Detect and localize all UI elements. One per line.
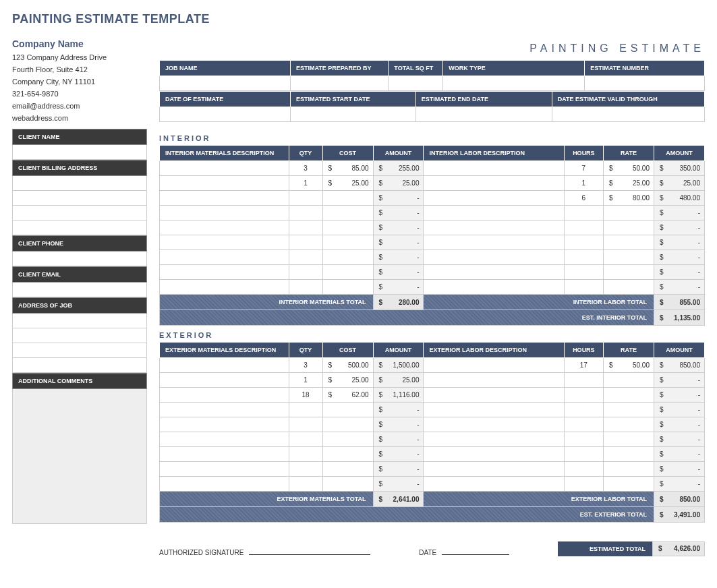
field-total-sqft[interactable]: [389, 76, 443, 91]
cost-cell[interactable]: [322, 447, 373, 462]
field-valid-through[interactable]: [552, 107, 704, 122]
table-cell[interactable]: [564, 403, 603, 417]
cost-cell[interactable]: [604, 432, 654, 447]
table-cell[interactable]: [289, 477, 322, 492]
table-cell[interactable]: [160, 462, 289, 477]
table-cell[interactable]: [564, 388, 603, 403]
cost-cell[interactable]: [604, 220, 654, 235]
field-prepared-by[interactable]: [290, 76, 388, 91]
table-cell[interactable]: [564, 280, 603, 295]
cost-cell[interactable]: [322, 250, 373, 265]
field-date-of-estimate[interactable]: [160, 107, 291, 122]
table-cell[interactable]: [160, 265, 289, 280]
table-cell[interactable]: [160, 432, 289, 447]
cost-cell[interactable]: [604, 235, 654, 250]
cost-cell[interactable]: [604, 403, 654, 417]
table-cell[interactable]: [424, 403, 564, 417]
table-cell[interactable]: [289, 250, 322, 265]
field-job-addr-3[interactable]: [12, 343, 147, 358]
cost-cell[interactable]: $25.00: [604, 176, 654, 191]
field-job-addr-4[interactable]: [12, 358, 147, 373]
table-cell[interactable]: [424, 161, 564, 176]
table-cell[interactable]: [289, 265, 322, 280]
cost-cell[interactable]: $85.00: [322, 161, 373, 176]
table-cell[interactable]: [424, 432, 564, 447]
cost-cell[interactable]: [322, 432, 373, 447]
table-cell[interactable]: 1: [564, 176, 603, 191]
field-client-billing-1[interactable]: [12, 176, 147, 191]
table-cell[interactable]: [160, 250, 289, 265]
table-cell[interactable]: [564, 220, 603, 235]
cost-cell[interactable]: $50.00: [604, 161, 654, 176]
cost-cell[interactable]: [604, 265, 654, 280]
cost-cell[interactable]: [322, 265, 373, 280]
table-cell[interactable]: [160, 161, 289, 176]
field-client-email[interactable]: [12, 283, 147, 297]
cost-cell[interactable]: $62.00: [322, 388, 373, 403]
table-cell[interactable]: [160, 235, 289, 250]
table-cell[interactable]: 1: [289, 176, 322, 191]
cost-cell[interactable]: $50.00: [604, 358, 654, 373]
table-cell[interactable]: 3: [289, 161, 322, 176]
table-cell[interactable]: [160, 206, 289, 220]
table-cell[interactable]: [424, 220, 564, 235]
cost-cell[interactable]: [322, 403, 373, 417]
table-cell[interactable]: [160, 176, 289, 191]
cost-cell[interactable]: [604, 417, 654, 432]
table-cell[interactable]: [289, 191, 322, 206]
table-cell[interactable]: [564, 417, 603, 432]
field-client-billing-4[interactable]: [12, 220, 147, 235]
table-cell[interactable]: [160, 447, 289, 462]
field-est-start[interactable]: [290, 107, 415, 122]
table-cell[interactable]: 18: [289, 388, 322, 403]
field-job-addr-1[interactable]: [12, 314, 147, 328]
table-cell[interactable]: [289, 432, 322, 447]
field-client-billing-3[interactable]: [12, 206, 147, 220]
table-cell[interactable]: [160, 358, 289, 373]
table-cell[interactable]: [424, 235, 564, 250]
field-work-type[interactable]: [443, 76, 585, 91]
table-cell[interactable]: [289, 206, 322, 220]
cost-cell[interactable]: [604, 206, 654, 220]
cost-cell[interactable]: [604, 462, 654, 477]
table-cell[interactable]: [424, 250, 564, 265]
cost-cell[interactable]: $25.00: [322, 373, 373, 388]
table-cell[interactable]: [160, 191, 289, 206]
cost-cell[interactable]: [604, 447, 654, 462]
table-cell[interactable]: [424, 417, 564, 432]
table-cell[interactable]: [160, 417, 289, 432]
table-cell[interactable]: 1: [289, 373, 322, 388]
table-cell[interactable]: [564, 235, 603, 250]
cost-cell[interactable]: [322, 417, 373, 432]
table-cell[interactable]: [424, 462, 564, 477]
table-cell[interactable]: [424, 388, 564, 403]
table-cell[interactable]: [289, 417, 322, 432]
field-client-name[interactable]: [12, 145, 147, 160]
table-cell[interactable]: [424, 280, 564, 295]
table-cell[interactable]: [564, 447, 603, 462]
cost-cell[interactable]: [322, 477, 373, 492]
cost-cell[interactable]: [322, 235, 373, 250]
table-cell[interactable]: [564, 206, 603, 220]
table-cell[interactable]: [424, 176, 564, 191]
table-cell[interactable]: [289, 280, 322, 295]
cost-cell[interactable]: [322, 220, 373, 235]
field-job-addr-2[interactable]: [12, 328, 147, 343]
field-client-phone[interactable]: [12, 252, 147, 266]
table-cell[interactable]: 7: [564, 161, 603, 176]
cost-cell[interactable]: [604, 373, 654, 388]
table-cell[interactable]: [424, 206, 564, 220]
table-cell[interactable]: 6: [564, 191, 603, 206]
table-cell[interactable]: 3: [289, 358, 322, 373]
table-cell[interactable]: [564, 477, 603, 492]
cost-cell[interactable]: [604, 388, 654, 403]
cost-cell[interactable]: [322, 462, 373, 477]
table-cell[interactable]: [160, 477, 289, 492]
cost-cell[interactable]: [322, 206, 373, 220]
cost-cell[interactable]: [322, 280, 373, 295]
table-cell[interactable]: [564, 462, 603, 477]
field-estimate-number[interactable]: [585, 76, 705, 91]
field-est-end[interactable]: [415, 107, 552, 122]
table-cell[interactable]: [289, 462, 322, 477]
field-comments[interactable]: [12, 389, 147, 524]
